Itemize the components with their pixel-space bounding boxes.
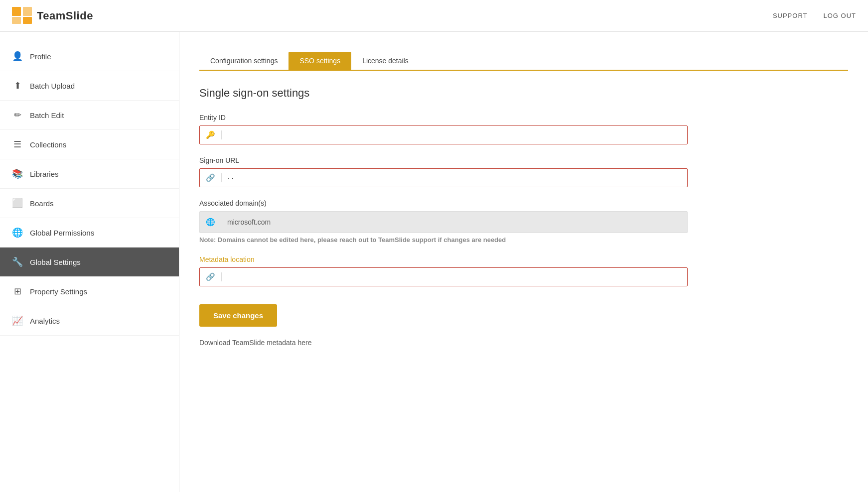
sidebar-label-boards: Boards bbox=[30, 199, 54, 208]
svg-rect-0 bbox=[12, 7, 21, 16]
sidebar-item-batch-upload[interactable]: ⬆Batch Upload bbox=[0, 71, 179, 101]
metadata-location-input[interactable] bbox=[222, 268, 687, 286]
metadata-location-input-wrapper: 🔗 bbox=[199, 267, 688, 286]
associated-domains-label: Associated domain(s) bbox=[199, 199, 688, 207]
associated-domains-group: Associated domain(s) 🌐 microsoft.com Not… bbox=[199, 199, 688, 244]
entity-id-input-wrapper: 🔑 bbox=[199, 125, 688, 144]
metadata-location-group: Metadata location 🔗 bbox=[199, 255, 688, 286]
logout-link[interactable]: LOG OUT bbox=[823, 12, 856, 19]
metadata-location-icon: 🔗 bbox=[200, 272, 222, 281]
sidebar-label-batch-upload: Batch Upload bbox=[30, 82, 75, 90]
entity-id-label: Entity ID bbox=[199, 114, 688, 122]
note-bold: Note: bbox=[199, 236, 216, 244]
logo: TeamSlide bbox=[12, 7, 93, 25]
domain-icon: 🌐 bbox=[200, 212, 221, 233]
batch-edit-icon: ✏ bbox=[12, 110, 23, 121]
sign-on-url-icon: 🔗 bbox=[200, 173, 222, 182]
sidebar-item-global-settings[interactable]: 🔧Global Settings bbox=[0, 247, 179, 277]
libraries-icon: 📚 bbox=[12, 168, 23, 179]
sign-on-url-group: Sign-on URL 🔗 bbox=[199, 156, 688, 187]
svg-rect-1 bbox=[23, 7, 32, 16]
sidebar-item-property-settings[interactable]: ⊞Property Settings bbox=[0, 277, 179, 306]
header-nav: SUPPORT LOG OUT bbox=[773, 12, 856, 19]
sign-on-url-input[interactable] bbox=[222, 169, 687, 187]
tabs-bar: Configuration settingsSSO settingsLicens… bbox=[199, 52, 848, 71]
sso-content: Single sign-on settings Entity ID 🔑 Sign… bbox=[199, 71, 688, 363]
batch-upload-icon: ⬆ bbox=[12, 80, 23, 91]
domain-value: microsoft.com bbox=[221, 213, 277, 231]
tab-license[interactable]: License details bbox=[351, 52, 420, 70]
download-text: Download TeamSlide metadata here bbox=[199, 339, 311, 347]
main-content: Configuration settingsSSO settingsLicens… bbox=[179, 32, 868, 492]
tab-config[interactable]: Configuration settings bbox=[199, 52, 289, 70]
svg-rect-3 bbox=[23, 17, 32, 24]
sidebar-label-profile: Profile bbox=[30, 52, 51, 61]
app-name: TeamSlide bbox=[37, 9, 93, 22]
download-link-area: Download TeamSlide metadata here bbox=[199, 339, 688, 347]
main-layout: 👤Profile⬆Batch Upload✏Batch Edit☰Collect… bbox=[0, 32, 868, 492]
collections-icon: ☰ bbox=[12, 139, 23, 150]
sidebar: 👤Profile⬆Batch Upload✏Batch Edit☰Collect… bbox=[0, 32, 179, 492]
profile-icon: 👤 bbox=[12, 51, 23, 62]
sidebar-item-libraries[interactable]: 📚Libraries bbox=[0, 159, 179, 189]
entity-id-icon: 🔑 bbox=[200, 130, 222, 139]
analytics-icon: 📈 bbox=[12, 315, 23, 326]
entity-id-group: Entity ID 🔑 bbox=[199, 114, 688, 144]
domain-wrapper: 🌐 microsoft.com bbox=[199, 211, 688, 233]
metadata-location-label: Metadata location bbox=[199, 255, 688, 263]
boards-icon: ⬜ bbox=[12, 198, 23, 209]
global-permissions-icon: 🌐 bbox=[12, 227, 23, 238]
domain-note: Note: Domains cannot be edited here, ple… bbox=[199, 236, 688, 244]
note-body: Domains cannot be edited here, please re… bbox=[216, 236, 506, 244]
logo-icon bbox=[12, 7, 32, 25]
entity-id-input[interactable] bbox=[222, 126, 687, 144]
sign-on-url-input-wrapper: 🔗 bbox=[199, 168, 688, 187]
sidebar-label-property-settings: Property Settings bbox=[30, 287, 87, 296]
sidebar-item-batch-edit[interactable]: ✏Batch Edit bbox=[0, 101, 179, 130]
sidebar-item-collections[interactable]: ☰Collections bbox=[0, 130, 179, 159]
tab-sso[interactable]: SSO settings bbox=[289, 52, 351, 70]
support-link[interactable]: SUPPORT bbox=[773, 12, 808, 19]
sidebar-item-global-permissions[interactable]: 🌐Global Permissions bbox=[0, 218, 179, 247]
svg-rect-2 bbox=[12, 17, 21, 24]
sidebar-item-profile[interactable]: 👤Profile bbox=[0, 42, 179, 71]
sidebar-label-libraries: Libraries bbox=[30, 170, 59, 178]
save-changes-button[interactable]: Save changes bbox=[199, 304, 277, 327]
sidebar-label-global-settings: Global Settings bbox=[30, 258, 81, 266]
sidebar-label-global-permissions: Global Permissions bbox=[30, 229, 94, 237]
sidebar-item-boards[interactable]: ⬜Boards bbox=[0, 189, 179, 218]
sidebar-label-analytics: Analytics bbox=[30, 317, 60, 325]
section-title: Single sign-on settings bbox=[199, 87, 688, 100]
sidebar-label-collections: Collections bbox=[30, 140, 66, 149]
property-settings-icon: ⊞ bbox=[12, 286, 23, 297]
sign-on-url-label: Sign-on URL bbox=[199, 156, 688, 164]
sidebar-label-batch-edit: Batch Edit bbox=[30, 111, 64, 120]
global-settings-icon: 🔧 bbox=[12, 256, 23, 267]
sidebar-item-analytics[interactable]: 📈Analytics bbox=[0, 306, 179, 336]
header: TeamSlide SUPPORT LOG OUT bbox=[0, 0, 868, 32]
